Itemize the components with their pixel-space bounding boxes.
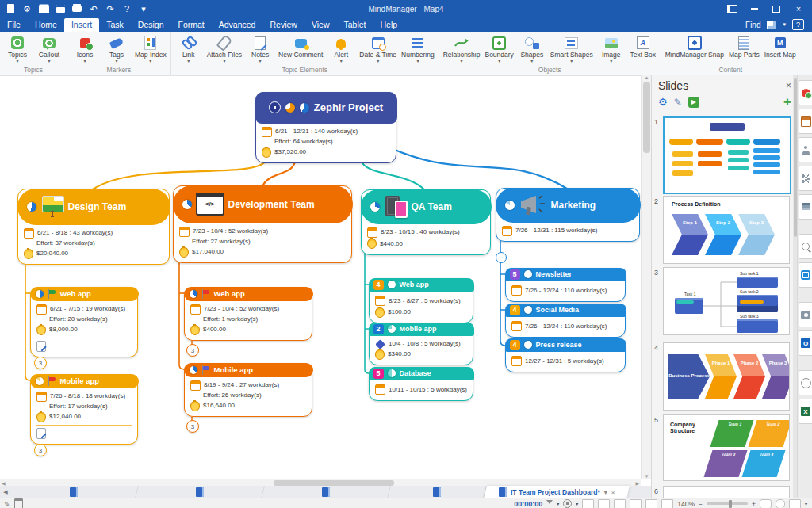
document-tab-4[interactable] xyxy=(388,486,487,498)
link-status-icon[interactable] xyxy=(776,499,785,508)
topic-dev-web-app[interactable]: Web app 7/23 - 10/4 : 52 workday(s) Effo… xyxy=(184,287,312,341)
print-icon[interactable] xyxy=(71,3,82,14)
library-panel-button[interactable] xyxy=(799,194,812,220)
image-button[interactable]: Image▾ xyxy=(596,33,627,65)
zoom-out-icon[interactable]: − xyxy=(699,500,703,508)
view-mode-outline-icon[interactable] xyxy=(598,499,610,508)
boundary-button[interactable]: Boundary▾ xyxy=(482,33,515,65)
schedule-panel-button[interactable] xyxy=(799,109,812,134)
slides-close-icon[interactable]: × xyxy=(786,80,791,91)
scroll-right-icon[interactable]: ▶ xyxy=(635,480,641,486)
excel-panel-button[interactable]: X xyxy=(799,399,812,424)
hscroll-thumb[interactable] xyxy=(274,480,394,486)
minimize-button[interactable] xyxy=(744,2,764,16)
close-button[interactable]: × xyxy=(788,2,809,16)
tab-view[interactable]: View xyxy=(304,18,337,32)
customize-toolbar-icon[interactable]: ▾ xyxy=(138,3,149,14)
scroll-down-icon[interactable]: ▼ xyxy=(645,474,649,479)
topic-qa-database[interactable]: 5 Database 10/11 - 10/15 : 5 workday(s) xyxy=(369,367,473,401)
tab-design[interactable]: Design xyxy=(131,18,171,32)
slide-thumbnail-4[interactable]: Business Process Phase 1 Phase 2 Phase 3 xyxy=(663,342,790,411)
collapsed-count-badge[interactable]: 3 xyxy=(34,444,47,456)
zoom-level[interactable]: 140% xyxy=(677,500,695,508)
collapse-toggle[interactable]: − xyxy=(496,252,507,263)
zoom-slider[interactable] xyxy=(707,502,748,505)
capture-panel-button[interactable] xyxy=(799,302,812,327)
map-parts-button[interactable]: Map Parts xyxy=(726,33,762,65)
restore-button[interactable] xyxy=(766,2,787,16)
collapsed-count-badge[interactable]: 3 xyxy=(186,420,199,433)
tab-help[interactable]: Help xyxy=(373,18,405,32)
mindmanager-snap-button[interactable]: MindManager Snap xyxy=(663,33,726,65)
smart-shapes-button[interactable]: Smart Shapes▾ xyxy=(548,33,596,65)
numbering-button[interactable]: Numbering▾ xyxy=(399,33,437,65)
collapsed-count-badge[interactable]: 3 xyxy=(34,357,47,369)
view-mode-gantt-icon[interactable] xyxy=(614,499,626,508)
document-tab-3[interactable] xyxy=(262,486,391,498)
map-view-icon[interactable] xyxy=(767,21,776,29)
alert-button[interactable]: Alert▾ xyxy=(325,33,357,65)
topics-button[interactable]: Topics▾ xyxy=(2,33,33,65)
topic-dev-mobile-app[interactable]: Mobile app 8/19 - 9/24 : 27 workday(s) E… xyxy=(184,363,312,417)
callout-button[interactable]: Callout▾ xyxy=(33,33,65,65)
view-dropdown-icon[interactable]: ▾ xyxy=(783,21,786,28)
scroll-up-icon[interactable]: ▲ xyxy=(645,75,649,80)
icons-button[interactable]: Icons▾ xyxy=(69,33,101,65)
help-icon[interactable]: ? xyxy=(121,3,132,14)
map-canvas[interactable]: Zephir Project 6/21 - 12/31 : 140 workda… xyxy=(0,75,641,479)
map-index-button[interactable]: Map Index▾ xyxy=(132,33,169,65)
tab-review[interactable]: Review xyxy=(262,18,304,32)
slides-settings-icon[interactable]: ⚙ xyxy=(658,97,668,107)
tab-expand-icon[interactable]: ▾ xyxy=(604,489,607,496)
date-time-button[interactable]: Date & Time▾ xyxy=(357,33,399,65)
pages-icon[interactable] xyxy=(789,499,801,508)
link-button[interactable]: Link▾ xyxy=(173,33,205,65)
snap-panel-button[interactable] xyxy=(799,262,812,288)
shapes-button[interactable]: Shapes▾ xyxy=(516,33,548,65)
tab-close-icon[interactable]: × xyxy=(611,489,615,496)
topic-design-team[interactable]: Design Team 6/21 - 8/18 : 43 workday(s) … xyxy=(17,189,170,265)
topic-zephir-project[interactable]: Zephir Project 6/21 - 12/31 : 140 workda… xyxy=(255,92,396,163)
undo-icon[interactable]: ↶ xyxy=(88,3,99,14)
topic-qa-mobile-app[interactable]: 2 Mobile app 10/4 - 10/8 : 5 workday(s) … xyxy=(369,323,473,365)
insert-map-button[interactable]: MInsert Map xyxy=(762,33,799,65)
tab-format[interactable]: Format xyxy=(170,18,211,32)
new-comment-button[interactable]: New Comment xyxy=(276,33,325,65)
collapsed-count-badge[interactable]: 3 xyxy=(186,344,199,357)
clipboard-icon[interactable] xyxy=(14,498,23,508)
view-mode-icon-view-icon[interactable] xyxy=(661,499,673,508)
tab-advanced[interactable]: Advanced xyxy=(212,18,263,32)
zoom-slider-knob[interactable] xyxy=(729,500,732,508)
gear-icon[interactable]: ⚙ xyxy=(21,3,33,14)
tags-button[interactable]: Tags▾ xyxy=(101,33,132,65)
filter-icon[interactable] xyxy=(546,500,553,507)
slides-edit-icon[interactable]: ✎ xyxy=(674,97,682,107)
switch-windows-icon[interactable] xyxy=(722,2,742,16)
share-panel-button[interactable] xyxy=(799,166,812,191)
zoom-in-icon[interactable]: + xyxy=(752,500,756,508)
pages-dropdown-icon[interactable]: ▾ xyxy=(805,501,807,506)
tab-tablet[interactable]: Tablet xyxy=(336,18,373,32)
slide-thumbnail-3[interactable]: Task 1 Sub task 1 Sub task 2 Sub task 3 xyxy=(663,267,790,335)
topic-qa-team[interactable]: QA Team 8/23 - 10/15 : 40 workday(s) $44… xyxy=(361,189,491,255)
topic-qa-web-app[interactable]: 4 Web app 8/23 - 8/27 : 5 workday(s) $10… xyxy=(369,278,473,323)
topic-design-mobile-app[interactable]: Mobile app 7/26 - 8/18 : 18 workday(s) E… xyxy=(30,374,138,445)
relationship-button[interactable]: Relationship▾ xyxy=(441,33,483,65)
new-document-icon[interactable] xyxy=(5,3,16,14)
find-button[interactable]: Find xyxy=(745,21,760,29)
notes-attachment-icon[interactable] xyxy=(36,428,46,439)
center-dropdown-icon[interactable]: ▾ xyxy=(576,501,578,506)
outlook-panel-button[interactable]: O xyxy=(799,330,812,356)
slide-thumbnail-1[interactable] xyxy=(663,116,791,194)
vertical-scrollbar[interactable]: ▲ ▼ xyxy=(641,75,652,479)
task-info-panel-button[interactable] xyxy=(799,80,812,105)
redo-icon[interactable]: ↷ xyxy=(105,3,116,14)
add-slide-icon[interactable]: + xyxy=(783,95,791,109)
topic-development-team[interactable]: </> Development Team 7/23 - 10/4 : 52 wo… xyxy=(173,185,352,263)
view-mode-tag-icon[interactable] xyxy=(645,499,657,508)
vscroll-thumb[interactable] xyxy=(643,82,650,153)
resources-panel-button[interactable] xyxy=(799,137,812,162)
topic-design-web-app[interactable]: Web app 6/21 - 7/15 : 19 workday(s) Effo… xyxy=(30,287,138,357)
open-folder-icon[interactable] xyxy=(38,3,49,14)
document-tab-1[interactable] xyxy=(10,486,139,498)
